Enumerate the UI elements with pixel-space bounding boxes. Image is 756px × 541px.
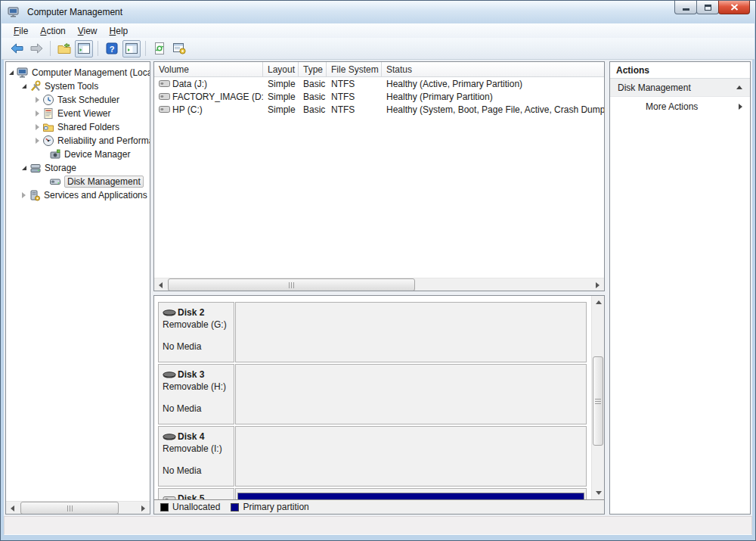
help-button[interactable]: ?	[103, 40, 121, 58]
reliability-monitor-icon	[42, 135, 54, 147]
menu-help[interactable]: Help	[104, 24, 135, 38]
tree-item-shared-folders[interactable]: Shared Folders	[6, 120, 150, 134]
disk-4-row[interactable]: Disk 4 Removable (I:) No Media	[158, 426, 587, 487]
disk-5-row[interactable]: Disk 5	[158, 488, 587, 499]
primary-partition-legend-swatch	[231, 503, 239, 511]
actions-group-disk-management[interactable]: Disk Management	[610, 79, 750, 97]
scroll-right-arrow[interactable]	[591, 278, 604, 291]
restore-icon	[705, 5, 711, 11]
disk-4-header[interactable]: Disk 4 Removable (I:) No Media	[158, 426, 234, 487]
menu-bar: File Action View Help	[2, 23, 754, 38]
folder-icon	[57, 42, 71, 54]
disk-view-vertical-scrollbar[interactable]	[591, 296, 604, 499]
volume-row-data-j[interactable]: Data (J:) Simple Basic NTFS Healthy (Act…	[154, 77, 604, 90]
disk-3-header[interactable]: Disk 3 Removable (H:) No Media	[158, 364, 234, 424]
close-button[interactable]	[718, 1, 750, 14]
back-button[interactable]	[8, 40, 26, 58]
minimize-icon	[683, 8, 689, 11]
window-gear-icon	[173, 42, 186, 54]
volume-row-factory-image-d[interactable]: FACTORY_IMAGE (D:) Simple Basic NTFS Hea…	[154, 90, 604, 103]
disk-5-header[interactable]: Disk 5	[158, 488, 234, 499]
partition-legend: Unallocated Primary partition	[154, 499, 604, 514]
column-header-volume[interactable]: Volume	[154, 62, 263, 76]
scroll-up-arrow[interactable]	[592, 296, 605, 309]
scroll-left-arrow[interactable]	[6, 502, 19, 515]
tree-item-device-manager[interactable]: Device Manager	[6, 148, 150, 161]
column-header-type[interactable]: Type	[299, 62, 327, 76]
column-header-status[interactable]: Status	[382, 62, 604, 76]
expander-collapsed-icon[interactable]	[22, 192, 26, 198]
close-icon	[730, 4, 739, 11]
storage-icon	[29, 162, 42, 174]
tree-item-task-scheduler[interactable]: Task Scheduler	[6, 93, 150, 107]
disk-5-region[interactable]	[235, 488, 587, 499]
collapse-group-icon[interactable]	[736, 86, 742, 89]
removable-disk-icon	[163, 371, 177, 379]
scroll-right-arrow[interactable]	[137, 502, 150, 515]
disk-2-row[interactable]: Disk 2 Removable (G:) No Media	[158, 302, 587, 362]
tree-item-system-tools[interactable]: System Tools	[6, 79, 150, 93]
tree-item-services-and-applications[interactable]: Services and Applications	[6, 188, 150, 202]
computer-management-window: Computer Management File Action View Hel…	[0, 0, 756, 541]
menu-file[interactable]: File	[8, 24, 34, 38]
volume-drive-icon	[159, 92, 170, 101]
toolbar-separator	[98, 41, 98, 56]
volume-list-horizontal-scrollbar[interactable]	[154, 278, 604, 291]
tree-item-event-viewer[interactable]: Event Viewer	[6, 107, 150, 120]
system-tools-icon	[29, 80, 42, 92]
scroll-down-arrow[interactable]	[592, 487, 605, 499]
task-scheduler-icon	[42, 94, 54, 106]
volume-table-header: Volume Layout Type File System Status	[154, 62, 604, 77]
disk-2-header[interactable]: Disk 2 Removable (G:) No Media	[158, 302, 234, 362]
expander-expanded-icon[interactable]	[22, 84, 26, 89]
expander-expanded-icon[interactable]	[9, 70, 14, 75]
disk-4-region[interactable]	[235, 426, 587, 487]
volume-row-hp-c[interactable]: HP (C:) Simple Basic NTFS Healthy (Syste…	[154, 103, 604, 116]
scrollbar-thumb[interactable]	[20, 502, 119, 515]
app-computer-icon	[8, 6, 20, 18]
volume-drive-icon	[159, 105, 170, 113]
console-tree-pane: Computer Management (Local) System Tools…	[5, 61, 150, 515]
column-header-layout[interactable]: Layout	[263, 62, 299, 76]
export-list-button[interactable]	[55, 40, 73, 58]
expander-collapsed-icon[interactable]	[36, 110, 39, 117]
refresh-icon	[153, 42, 166, 54]
menu-action[interactable]: Action	[34, 24, 71, 38]
minimize-button[interactable]	[674, 1, 697, 14]
console-content: Computer Management (Local) System Tools…	[4, 60, 752, 516]
disk-list: Disk 2 Removable (G:) No Media Disk 3 Re…	[154, 296, 604, 499]
disk-3-region[interactable]	[235, 364, 587, 424]
actions-pane: Actions Disk Management More Actions	[609, 61, 751, 515]
title-bar[interactable]: Computer Management	[1, 1, 755, 23]
restore-button[interactable]	[696, 1, 719, 14]
scrollbar-thumb[interactable]	[168, 278, 415, 291]
expander-collapsed-icon[interactable]	[36, 124, 39, 130]
menu-view[interactable]: View	[72, 24, 104, 38]
disk-2-region[interactable]	[235, 302, 587, 362]
forward-button[interactable]	[27, 40, 45, 58]
disk-graphical-view-pane: Disk 2 Removable (G:) No Media Disk 3 Re…	[153, 295, 605, 515]
tree-item-disk-management[interactable]: Disk Management	[6, 175, 150, 188]
more-actions-item[interactable]: More Actions	[610, 97, 750, 117]
disk-5-primary-partition-bar[interactable]	[237, 493, 584, 499]
tree-item-reliability-and-performance[interactable]: Reliability and Performance	[6, 134, 150, 148]
show-console-tree-button[interactable]	[75, 40, 93, 58]
expander-collapsed-icon[interactable]	[36, 138, 39, 144]
expander-expanded-icon[interactable]	[22, 166, 26, 170]
toolbar-separator	[145, 41, 146, 56]
disk-management-tool-button[interactable]	[170, 40, 188, 58]
actions-pane-title: Actions	[610, 62, 750, 79]
column-header-file-system[interactable]: File System	[327, 62, 382, 76]
show-action-pane-button[interactable]	[122, 40, 141, 58]
tree-item-storage[interactable]: Storage	[6, 161, 150, 175]
refresh-button[interactable]	[150, 40, 169, 58]
toolbar: ?	[2, 38, 754, 60]
scrollbar-thumb[interactable]	[593, 356, 603, 446]
back-arrow-icon	[10, 42, 24, 54]
tree-item-computer-management[interactable]: Computer Management (Local)	[6, 66, 150, 79]
expander-collapsed-icon[interactable]	[36, 97, 39, 103]
scroll-left-arrow[interactable]	[154, 278, 167, 291]
tree-horizontal-scrollbar[interactable]	[6, 501, 150, 514]
disk-3-row[interactable]: Disk 3 Removable (H:) No Media	[158, 364, 587, 424]
console-tree-icon	[78, 43, 90, 54]
